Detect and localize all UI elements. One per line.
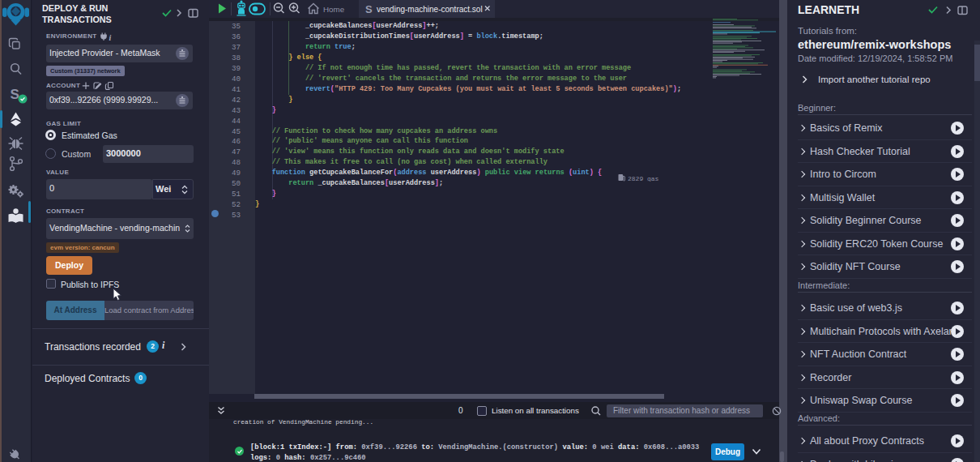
svg-text:S: S bbox=[11, 87, 19, 102]
svg-text:Home: Home bbox=[323, 5, 345, 14]
svg-text:i: i bbox=[109, 33, 112, 42]
svg-text:S: S bbox=[365, 3, 373, 15]
svg-text:2829 gas: 2829 gas bbox=[628, 175, 659, 182]
svg-text:vending-machine-contract.sol: vending-machine-contract.sol bbox=[377, 5, 483, 14]
